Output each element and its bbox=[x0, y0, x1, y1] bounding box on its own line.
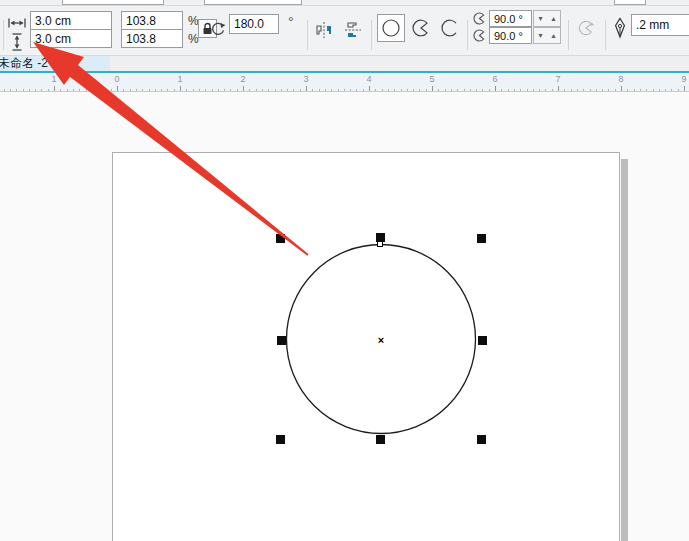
annotation-arrow bbox=[33, 42, 309, 256]
annotation-layer bbox=[0, 0, 689, 541]
app: % % ° bbox=[0, 0, 689, 541]
